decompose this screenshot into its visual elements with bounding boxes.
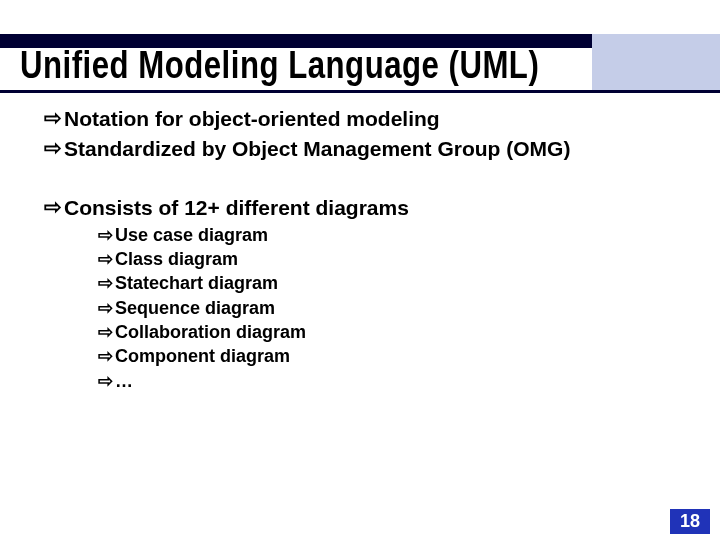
page-number-badge: 18	[670, 509, 710, 534]
spacer	[44, 165, 688, 193]
title-band-light	[592, 34, 720, 90]
arrow-icon: ⇨	[44, 134, 62, 161]
bullet-3: ⇨ Consists of 12+ different diagrams	[44, 193, 688, 221]
sub-bullet-6: ⇨ Component diagram	[98, 344, 688, 368]
sub-bullet-6-text: Component diagram	[115, 344, 290, 368]
bullet-2: ⇨ Standardized by Object Management Grou…	[44, 134, 688, 162]
sub-bullet-3: ⇨ Statechart diagram	[98, 271, 688, 295]
sub-bullet-1-text: Use case diagram	[115, 223, 268, 247]
title-underline	[0, 90, 720, 93]
arrow-icon: ⇨	[98, 296, 113, 320]
sub-bullet-7: ⇨ …	[98, 369, 688, 393]
sub-bullets: ⇨ Use case diagram ⇨ Class diagram ⇨ Sta…	[44, 223, 688, 393]
sub-bullet-2-text: Class diagram	[115, 247, 238, 271]
sub-bullet-5: ⇨ Collaboration diagram	[98, 320, 688, 344]
bullet-1-text: Notation for object-oriented modeling	[64, 104, 440, 132]
arrow-icon: ⇨	[98, 344, 113, 368]
slide-content: ⇨ Notation for object-oriented modeling …	[44, 104, 688, 393]
bullet-1: ⇨ Notation for object-oriented modeling	[44, 104, 688, 132]
slide: Unified Modeling Language (UML) ⇨ Notati…	[0, 0, 720, 540]
bullet-2-text: Standardized by Object Management Group …	[64, 134, 570, 162]
sub-bullet-2: ⇨ Class diagram	[98, 247, 688, 271]
arrow-icon: ⇨	[98, 320, 113, 344]
arrow-icon: ⇨	[44, 104, 62, 131]
sub-bullet-1: ⇨ Use case diagram	[98, 223, 688, 247]
sub-bullet-4-text: Sequence diagram	[115, 296, 275, 320]
sub-bullet-4: ⇨ Sequence diagram	[98, 296, 688, 320]
arrow-icon: ⇨	[98, 223, 113, 247]
arrow-icon: ⇨	[44, 193, 62, 220]
sub-bullet-5-text: Collaboration diagram	[115, 320, 306, 344]
arrow-icon: ⇨	[98, 369, 113, 393]
slide-title: Unified Modeling Language (UML)	[20, 42, 539, 86]
arrow-icon: ⇨	[98, 271, 113, 295]
sub-bullet-7-text: …	[115, 369, 133, 393]
sub-bullet-3-text: Statechart diagram	[115, 271, 278, 295]
bullet-3-text: Consists of 12+ different diagrams	[64, 193, 409, 221]
arrow-icon: ⇨	[98, 247, 113, 271]
